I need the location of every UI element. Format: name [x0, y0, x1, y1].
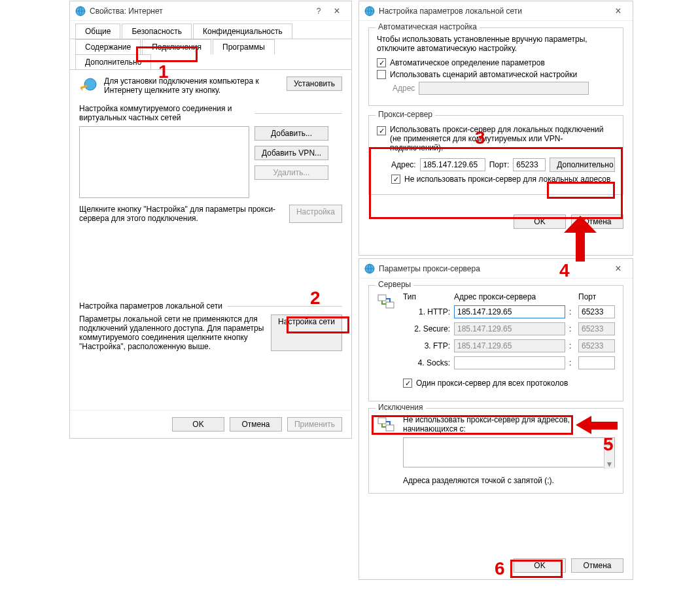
colon: :	[569, 358, 574, 367]
bypass-local-label: Не использовать прокси-сервер для локаль…	[404, 175, 610, 184]
ok-button[interactable]: OK	[172, 417, 224, 432]
setup-globe-icon	[79, 76, 97, 95]
http-port-input[interactable]	[578, 305, 615, 318]
col-type-header: Тип	[403, 292, 450, 301]
same-proxy-label: Один прокси-сервер для всех протоколов	[416, 379, 568, 388]
auto-note: Чтобы использовать установленные вручную…	[377, 35, 615, 53]
proxy-port-input[interactable]	[513, 158, 546, 171]
row-socks-label: 4. Socks:	[403, 358, 450, 367]
window-title: Свойства: Интернет	[90, 7, 309, 16]
window-title: Настройка параметров локальной сети	[379, 7, 609, 16]
add-button[interactable]: Добавить...	[254, 126, 328, 141]
tab-connections[interactable]: Подключения	[142, 39, 211, 54]
svg-rect-5	[386, 302, 394, 308]
titlebar: Параметры прокси-сервера ×	[359, 259, 633, 279]
exceptions-hint: Адреса разделяются точкой с запятой (;).	[403, 476, 615, 485]
separator	[228, 306, 342, 307]
scrollbar[interactable]: ▲▼	[604, 438, 614, 469]
tab-security[interactable]: Безопасность	[122, 24, 192, 39]
colon: :	[569, 324, 574, 333]
col-addr-header: Адрес прокси-сервера	[454, 292, 565, 301]
scroll-down-icon[interactable]: ▼	[606, 460, 614, 469]
advanced-button[interactable]: Дополнительно	[550, 158, 615, 172]
group-title: Исключения	[376, 403, 426, 412]
svg-point-1	[84, 78, 96, 90]
use-proxy-checkbox[interactable]: ✓	[377, 126, 386, 135]
content-area: Для установки подключения компьютера к И…	[70, 70, 351, 358]
group-title: Автоматическая настройка	[376, 22, 480, 31]
help-button[interactable]: ?	[309, 7, 328, 16]
close-button[interactable]: ×	[609, 5, 627, 17]
add-vpn-button[interactable]: Добавить VPN...	[254, 146, 328, 160]
same-proxy-checkbox[interactable]: ✓	[403, 379, 412, 388]
proxy-icon	[377, 415, 395, 433]
proxy-settings-window: Параметры прокси-сервера × Серверы Тип А…	[359, 258, 633, 580]
globe-icon	[75, 6, 86, 16]
close-button[interactable]: ×	[609, 263, 627, 275]
proxy-server-group: Прокси-сервер ✓ Использовать прокси-серв…	[368, 115, 623, 195]
ok-button[interactable]: OK	[514, 214, 566, 229]
connections-listbox[interactable]	[79, 126, 249, 198]
use-proxy-label: Использовать прокси-сервер для локальных…	[390, 125, 615, 152]
apply-button: Применить	[287, 417, 342, 432]
lan-settings-window: Настройка параметров локальной сети × Ав…	[359, 1, 633, 256]
port-label: Порт:	[489, 160, 510, 169]
group-title: Прокси-сервер	[376, 110, 435, 119]
tab-advanced[interactable]: Дополнительно	[75, 54, 151, 69]
svg-rect-7	[386, 425, 394, 431]
cancel-button[interactable]: Отмена	[571, 558, 623, 573]
ftp-port-input	[578, 339, 615, 352]
row-secure-label: 2. Secure:	[403, 324, 450, 333]
auto-detect-checkbox[interactable]: ✓	[377, 58, 386, 67]
auto-script-label: Использовать сценарий автоматической нас…	[390, 70, 577, 79]
cancel-button[interactable]: Отмена	[230, 417, 282, 432]
setup-text: Для установки подключения компьютера к И…	[104, 76, 280, 95]
cancel-button[interactable]: Отмена	[571, 214, 623, 229]
auto-config-group: Автоматическая настройка Чтобы использов…	[368, 27, 623, 106]
socks-port-input[interactable]	[578, 356, 615, 369]
colon: :	[569, 307, 574, 316]
group-title: Серверы	[376, 280, 413, 289]
tab-privacy[interactable]: Конфиденциальность	[193, 24, 292, 39]
col-port-header: Порт	[578, 292, 615, 301]
tab-programs[interactable]: Программы	[213, 39, 275, 54]
http-address-input[interactable]	[454, 305, 565, 318]
auto-script-checkbox[interactable]	[377, 70, 386, 79]
titlebar: Свойства: Интернет ? ×	[70, 1, 351, 21]
colon: :	[569, 341, 574, 350]
proxy-icon	[377, 292, 395, 311]
close-button[interactable]: ×	[328, 5, 346, 17]
settings-button-disabled: Настройка	[289, 205, 342, 223]
separator	[254, 113, 342, 114]
bypass-local-checkbox[interactable]: ✓	[391, 175, 400, 184]
servers-group: Серверы Тип Адрес прокси-сервера Порт 1.…	[368, 285, 623, 401]
exceptions-note: Не использовать прокси-сервер для адресо…	[403, 415, 615, 433]
lan-settings-button[interactable]: Настройка сети	[271, 314, 342, 351]
titlebar: Настройка параметров локальной сети ×	[359, 1, 633, 21]
auto-detect-label: Автоматическое определение параметров	[390, 58, 545, 67]
row-ftp-label: 3. FTP:	[403, 341, 450, 350]
script-address-label: Адрес	[393, 84, 415, 93]
exceptions-group: Исключения Не использовать прокси-сервер…	[368, 408, 623, 494]
proxy-address-input[interactable]	[420, 158, 485, 171]
row-http-label: 1. HTTP:	[403, 307, 450, 316]
lan-note: Параметры локальной сети не применяются …	[79, 314, 266, 351]
secure-port-input	[578, 322, 615, 335]
internet-properties-window: Свойства: Интернет ? × Общие Безопасност…	[69, 1, 352, 439]
tabs-row-2: Содержание Подключения Программы Дополни…	[70, 39, 351, 70]
script-address-input	[419, 82, 589, 95]
exceptions-input[interactable]	[403, 437, 615, 467]
scroll-up-icon[interactable]: ▲	[606, 438, 614, 447]
svg-rect-6	[378, 418, 386, 424]
socks-address-input[interactable]	[454, 356, 565, 369]
remove-button: Удалить...	[254, 165, 328, 180]
ftp-address-input	[454, 339, 565, 352]
tab-general[interactable]: Общие	[75, 24, 120, 39]
globe-icon	[364, 6, 375, 16]
proxy-settings-note: Щелкните кнопку "Настройка" для параметр…	[79, 205, 284, 223]
lan-heading: Настройка параметров локальной сети	[79, 301, 222, 311]
tab-content[interactable]: Содержание	[75, 39, 141, 54]
tabs-row-1: Общие Безопасность Конфиденциальность	[70, 21, 351, 39]
setup-button[interactable]: Установить	[287, 76, 342, 91]
ok-button[interactable]: OK	[514, 558, 566, 573]
